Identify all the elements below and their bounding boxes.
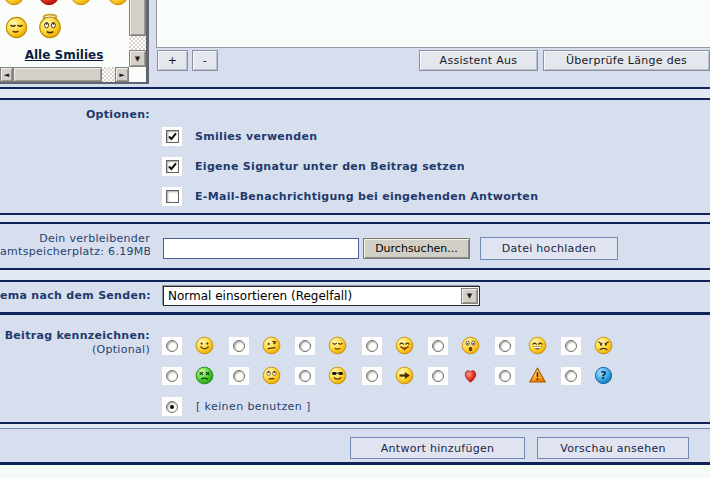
partial-smiley-icon[interactable] bbox=[107, 0, 129, 7]
forum-reply-form: Alle Smilies ▼ ◄ ► + - Assistent Aus Übe… bbox=[0, 0, 710, 478]
post-icon-none-option[interactable]: [ keinen benutzen ] bbox=[162, 397, 311, 416]
post-icon-radio[interactable] bbox=[299, 370, 311, 382]
none-label: [ keinen benutzen ] bbox=[196, 400, 311, 413]
post-icon-option-mad[interactable] bbox=[561, 336, 628, 355]
post-icon-option-biggrin[interactable] bbox=[495, 336, 562, 355]
submit-reply-button[interactable]: Antwort hinzufügen bbox=[350, 437, 525, 459]
exclaim-smiley-icon bbox=[528, 366, 547, 385]
sort-select[interactable]: Normal einsortieren (Regelfall) ▼ bbox=[163, 286, 480, 306]
post-icon-option-sick[interactable] bbox=[162, 366, 229, 385]
post-icon-option-smile[interactable] bbox=[162, 336, 229, 355]
scroll-left-button[interactable]: ◄ bbox=[0, 67, 13, 82]
post-icon-option-confused[interactable] bbox=[229, 336, 296, 355]
smiley-panel: Alle Smilies ▼ ◄ ► bbox=[0, 0, 149, 84]
message-textarea[interactable] bbox=[156, 0, 710, 48]
post-icon-option-eek[interactable] bbox=[428, 336, 495, 355]
select-dropdown-arrow-icon[interactable]: ▼ bbox=[461, 288, 478, 304]
option-signature[interactable]: Eigene Signatur unter den Beitrag setzen bbox=[162, 157, 465, 176]
page-bottom-strip bbox=[0, 465, 710, 478]
signature-checkbox[interactable] bbox=[166, 160, 179, 173]
all-smilies-link[interactable]: Alle Smilies bbox=[0, 48, 128, 62]
options-label: Optionen: bbox=[0, 108, 150, 121]
vertical-scrollbar[interactable]: ▼ bbox=[129, 0, 146, 67]
scrollbar-track[interactable] bbox=[102, 67, 115, 82]
sleepy-smiley-icon bbox=[328, 336, 347, 355]
scrollbar-thumb[interactable] bbox=[129, 0, 146, 36]
partial-smiley-icon[interactable] bbox=[3, 0, 25, 7]
question-smiley-icon: ? bbox=[594, 366, 613, 385]
sort-selected-value: Normal einsortieren (Regelfall) bbox=[164, 289, 461, 303]
post-icon-sublabel: (Optional) bbox=[0, 343, 150, 356]
tongue-smiley-icon bbox=[395, 336, 414, 355]
scrollbar-track[interactable] bbox=[129, 36, 146, 50]
attachment-file-input[interactable] bbox=[163, 238, 359, 259]
angel-smiley-icon[interactable] bbox=[37, 13, 63, 39]
svg-text:?: ? bbox=[600, 369, 606, 382]
heart-smiley-icon bbox=[461, 366, 480, 385]
pouty-smiley-icon[interactable] bbox=[5, 16, 28, 39]
post-icon-radio[interactable] bbox=[499, 340, 511, 352]
post-icon-row bbox=[162, 336, 628, 355]
post-icon-label: Beitrag kennzeichnen: bbox=[0, 329, 150, 342]
mad-smiley-icon bbox=[594, 336, 613, 355]
horizontal-scrollbar[interactable]: ◄ ► bbox=[0, 67, 129, 82]
option-label: E-Mail-Benachrichtigung bei eingehenden … bbox=[195, 190, 538, 203]
font-decrease-button[interactable]: - bbox=[192, 50, 218, 71]
scroll-right-button[interactable]: ► bbox=[115, 67, 129, 82]
scrollbar-thumb[interactable] bbox=[13, 67, 102, 82]
post-icon-radio[interactable] bbox=[432, 340, 444, 352]
partial-smiley-icon[interactable] bbox=[70, 0, 92, 7]
quota-label-line2: amtspeicherplatz: 6.19MB bbox=[0, 245, 150, 258]
option-smilies[interactable]: Smilies verwenden bbox=[162, 127, 317, 146]
partial-smiley-icon[interactable] bbox=[38, 0, 60, 7]
preview-button[interactable]: Vorschau ansehen bbox=[537, 437, 689, 459]
sort-label: ema nach dem Senden: bbox=[0, 289, 150, 302]
post-icon-option-arrow[interactable] bbox=[362, 366, 429, 385]
post-icon-radio[interactable] bbox=[565, 340, 577, 352]
post-icon-radio[interactable] bbox=[565, 370, 577, 382]
post-icon-radio[interactable] bbox=[233, 370, 245, 382]
option-email-notify[interactable]: E-Mail-Benachrichtigung bei eingehenden … bbox=[162, 187, 538, 206]
confused-smiley-icon bbox=[262, 336, 281, 355]
post-icon-radio[interactable] bbox=[366, 340, 378, 352]
post-icon-option-heart[interactable] bbox=[428, 366, 495, 385]
post-icon-option-sleepy[interactable] bbox=[295, 336, 362, 355]
cool-smiley-icon bbox=[328, 366, 347, 385]
none-radio[interactable] bbox=[166, 401, 178, 413]
assistant-toggle-button[interactable]: Assistent Aus bbox=[419, 50, 538, 71]
email-notify-checkbox[interactable] bbox=[166, 190, 179, 203]
post-icon-radio[interactable] bbox=[299, 340, 311, 352]
font-increase-button[interactable]: + bbox=[157, 50, 188, 71]
post-icon-radio[interactable] bbox=[166, 340, 178, 352]
post-icon-option-tongue[interactable] bbox=[362, 336, 429, 355]
browse-button[interactable]: Durchsuchen... bbox=[363, 238, 470, 259]
check-length-button[interactable]: Überprüfe Länge des bbox=[543, 50, 710, 71]
post-icon-radio[interactable] bbox=[432, 370, 444, 382]
smilies-checkbox[interactable] bbox=[166, 130, 179, 143]
scroll-down-button[interactable]: ▼ bbox=[129, 50, 146, 67]
option-label: Smilies verwenden bbox=[195, 130, 317, 143]
post-icon-option-question[interactable]: ? bbox=[561, 366, 628, 385]
sick-smiley-icon bbox=[195, 366, 214, 385]
post-icon-option-rolleyes[interactable] bbox=[229, 366, 296, 385]
post-icon-radio[interactable] bbox=[233, 340, 245, 352]
post-icon-radio[interactable] bbox=[166, 370, 178, 382]
eek-smiley-icon bbox=[461, 336, 480, 355]
quota-label-line1: Dein verbleibender bbox=[0, 232, 150, 245]
post-icon-radio[interactable] bbox=[366, 370, 378, 382]
smile-smiley-icon bbox=[195, 336, 214, 355]
post-icon-option-cool[interactable] bbox=[295, 366, 362, 385]
upload-file-button[interactable]: Datei hochladen bbox=[480, 237, 618, 260]
option-label: Eigene Signatur unter den Beitrag setzen bbox=[195, 160, 465, 173]
post-icon-option-exclaim[interactable] bbox=[495, 366, 562, 385]
rolleyes-smiley-icon bbox=[262, 366, 281, 385]
arrow-smiley-icon bbox=[395, 366, 414, 385]
post-icon-radio[interactable] bbox=[499, 370, 511, 382]
post-icon-row: ? bbox=[162, 366, 628, 385]
biggrin-smiley-icon bbox=[528, 336, 547, 355]
